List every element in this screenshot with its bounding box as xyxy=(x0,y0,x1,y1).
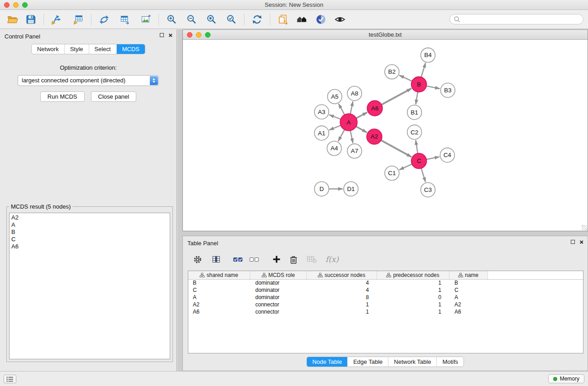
import-network-button[interactable] xyxy=(49,12,64,27)
close-window-button[interactable] xyxy=(4,2,10,8)
node-B3[interactable]: B3 xyxy=(440,83,455,98)
edge-A-A3[interactable] xyxy=(329,115,340,119)
run-mcds-button[interactable]: Run MCDS xyxy=(40,91,85,102)
node-B2[interactable]: B2 xyxy=(385,65,399,79)
float-table-panel-icon[interactable] xyxy=(571,240,575,244)
tab-mcds[interactable]: MCDS xyxy=(117,44,145,54)
edge-A-A2[interactable] xyxy=(356,126,367,132)
edge-A-A4[interactable] xyxy=(338,130,344,141)
node-C3[interactable]: C3 xyxy=(421,183,435,197)
window-resize-grip[interactable] xyxy=(582,225,587,230)
list-item[interactable]: B xyxy=(11,229,170,236)
node-A3[interactable]: A3 xyxy=(315,105,329,119)
import-table-button[interactable] xyxy=(71,12,86,27)
table-row[interactable]: Cdominator41C xyxy=(188,286,583,294)
create-column-button[interactable] xyxy=(272,255,281,263)
node-B4[interactable]: B4 xyxy=(421,48,435,62)
tab-edge-table[interactable]: Edge Table xyxy=(348,357,388,367)
task-history-button[interactable] xyxy=(4,375,16,383)
refresh-view-button[interactable] xyxy=(250,12,264,27)
export-network-button[interactable] xyxy=(97,12,111,27)
column-header-predecessor-nodes[interactable]: predecessor nodes xyxy=(377,271,449,279)
zoom-fit-button[interactable] xyxy=(204,12,219,27)
node-A1[interactable]: A1 xyxy=(315,126,329,140)
close-panel-button[interactable]: Close panel xyxy=(91,91,137,102)
mcds-result-list[interactable]: A2ABCA6 xyxy=(9,213,170,359)
minimize-network-button[interactable] xyxy=(196,32,201,38)
edge-C-C2[interactable] xyxy=(416,140,418,153)
function-builder-button[interactable]: f(x) xyxy=(325,255,339,264)
edge-B-B2[interactable] xyxy=(399,75,412,81)
open-in-browser-button[interactable] xyxy=(276,12,290,27)
node-B1[interactable]: B1 xyxy=(407,105,422,119)
edge-C-C3[interactable] xyxy=(421,168,426,182)
table-row[interactable]: Bdominator41B xyxy=(188,279,583,286)
table-row[interactable]: A6connector11A6 xyxy=(188,308,583,315)
node-B[interactable]: B xyxy=(411,77,427,92)
tab-select[interactable]: Select xyxy=(89,44,117,54)
network-canvas[interactable]: B4B2BB3A5A8A6A3B1AC2A1A2A4A7C4CC1C3DD1 xyxy=(183,40,588,231)
minimize-window-button[interactable] xyxy=(13,2,19,8)
float-panel-icon[interactable] xyxy=(160,33,164,37)
delete-column-button[interactable] xyxy=(289,255,298,264)
zoom-in-button[interactable] xyxy=(164,12,179,27)
tab-style[interactable]: Style xyxy=(65,44,89,54)
edge-B-B3[interactable] xyxy=(426,86,440,89)
column-header-name[interactable]: name xyxy=(449,271,488,279)
edge-A-A6[interactable] xyxy=(356,112,367,118)
tab-motifs[interactable]: Motifs xyxy=(437,357,464,367)
save-session-button[interactable] xyxy=(24,12,38,27)
node-A5[interactable]: A5 xyxy=(327,89,342,104)
delete-table-button[interactable] xyxy=(306,255,317,263)
criterion-dropdown[interactable]: largest connected component (directed) xyxy=(18,75,159,86)
node-A2[interactable]: A2 xyxy=(367,129,382,144)
edge-A-A8[interactable] xyxy=(350,101,353,114)
list-item[interactable]: C xyxy=(11,236,170,243)
edge-A-A1[interactable] xyxy=(329,125,341,130)
deselect-all-button[interactable] xyxy=(249,256,259,263)
export-table-button[interactable] xyxy=(118,12,132,27)
edge-B-B1[interactable] xyxy=(416,92,417,104)
node-D1[interactable]: D1 xyxy=(344,182,358,196)
list-item[interactable]: A2 xyxy=(11,214,170,221)
export-image-button[interactable] xyxy=(139,12,153,27)
column-header-MCDS-role[interactable]: MCDS role xyxy=(250,271,306,279)
edge-C-C4[interactable] xyxy=(426,157,440,159)
search-box[interactable] xyxy=(449,14,583,24)
show-hide-button[interactable] xyxy=(333,12,347,27)
edge-C-C1[interactable] xyxy=(399,164,412,170)
home-button[interactable] xyxy=(295,12,309,27)
edge-A6-B[interactable] xyxy=(382,89,411,105)
node-A4[interactable]: A4 xyxy=(327,141,341,156)
node-A8[interactable]: A8 xyxy=(347,86,362,101)
zoom-selected-button[interactable] xyxy=(224,12,239,27)
close-panel-icon[interactable]: × xyxy=(168,33,172,37)
table-row[interactable]: A2connector11A2 xyxy=(188,301,583,308)
table-row[interactable]: Adominator80A xyxy=(188,294,583,301)
table-settings-button[interactable] xyxy=(193,255,202,264)
search-input[interactable] xyxy=(463,16,579,23)
memory-button[interactable]: Memory xyxy=(548,374,584,383)
node-D[interactable]: D xyxy=(315,182,329,196)
network-window-titlebar[interactable]: testGlobe.txt xyxy=(183,30,588,40)
list-item[interactable]: A xyxy=(11,221,170,229)
show-columns-button[interactable] xyxy=(211,255,221,264)
column-header-successor-nodes[interactable]: successor nodes xyxy=(306,271,377,279)
tab-network[interactable]: Network xyxy=(32,44,65,54)
open-session-button[interactable] xyxy=(5,12,20,27)
edge-B-B4[interactable] xyxy=(421,63,425,77)
zoom-network-button[interactable] xyxy=(205,32,210,38)
edge-A-A5[interactable] xyxy=(339,104,344,114)
node-C4[interactable]: C4 xyxy=(440,148,454,162)
node-A7[interactable]: A7 xyxy=(347,144,362,158)
close-network-button[interactable] xyxy=(187,32,192,38)
edge-A2-C[interactable] xyxy=(381,140,411,157)
zoom-window-button[interactable] xyxy=(22,2,28,8)
node-C[interactable]: C xyxy=(411,153,427,169)
node-table-container[interactable]: shared nameMCDS rolesuccessor nodesprede… xyxy=(188,271,583,353)
node-A[interactable]: A xyxy=(340,114,357,131)
edge-A-A7[interactable] xyxy=(350,131,353,143)
node-C2[interactable]: C2 xyxy=(407,125,422,139)
list-item[interactable]: A6 xyxy=(11,243,170,250)
node-C1[interactable]: C1 xyxy=(385,166,399,181)
